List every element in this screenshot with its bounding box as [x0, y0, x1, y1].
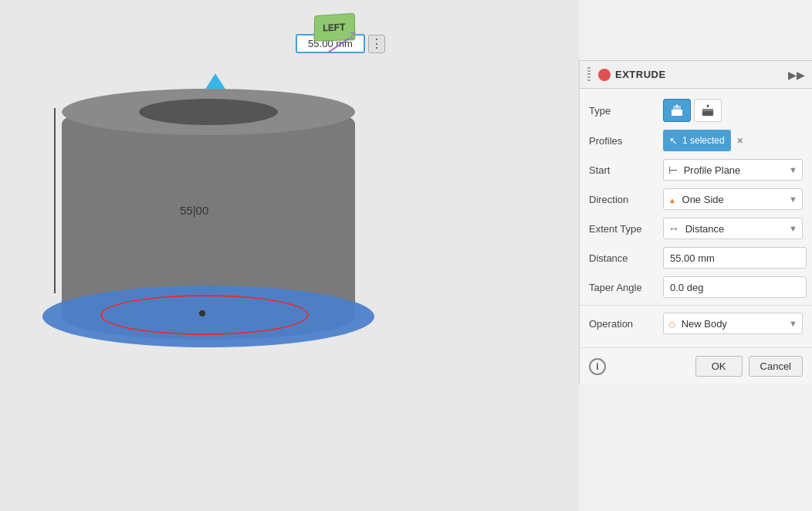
taper-angle-control	[663, 276, 807, 298]
cursor-icon: ↖	[669, 135, 678, 147]
start-select-content: Profile Plane	[668, 164, 740, 176]
panel-title: EXTRUDE	[615, 69, 784, 80]
start-row: Start Profile Plane ▼	[580, 155, 812, 184]
distance-label: Distance	[589, 252, 657, 264]
panel-drag-handle[interactable]	[587, 67, 590, 83]
extent-type-select[interactable]: Distance ▼	[663, 218, 803, 239]
panel-divider	[580, 305, 812, 306]
direction-select-content: One Side	[668, 194, 724, 205]
start-label: Start	[589, 164, 657, 176]
cylinder-hole	[139, 99, 278, 125]
extent-type-control: Distance ▼	[663, 218, 803, 239]
extent-icon	[668, 223, 682, 235]
type-label: Type	[589, 105, 657, 117]
extent-type-label: Extent Type	[589, 223, 657, 235]
dimension-menu-icon: ⋮	[370, 36, 383, 51]
svg-marker-9	[706, 104, 709, 107]
operation-icon	[668, 318, 678, 330]
panel-body: Type	[580, 89, 812, 344]
operation-control: New Body ▼	[663, 313, 803, 334]
operation-select[interactable]: New Body ▼	[663, 313, 803, 334]
extrude-icon	[598, 69, 611, 81]
taper-angle-row: Taper Angle	[580, 272, 812, 302]
panel-header: EXTRUDE ▶▶	[580, 61, 812, 89]
gizmo-axes: Z	[301, 6, 355, 60]
extent-type-select-value: Distance	[685, 223, 725, 235]
start-select[interactable]: Profile Plane ▼	[663, 159, 803, 181]
dimension-label: 55|00	[180, 204, 208, 217]
operation-select-content: New Body	[668, 318, 727, 330]
distance-control	[663, 247, 807, 269]
info-icon: i	[596, 361, 598, 372]
panel-collapse-button[interactable]: ▶▶	[789, 67, 804, 83]
type-surface-button[interactable]	[694, 99, 722, 122]
direction-select-chevron: ▼	[789, 195, 797, 204]
3d-viewport[interactable]: ⋮ 55|00 LEFT Z	[0, 0, 579, 511]
direction-control: One Side ▼	[663, 188, 803, 210]
svg-rect-10	[702, 110, 713, 111]
extent-type-select-chevron: ▼	[789, 224, 797, 233]
profiles-label: Profiles	[589, 135, 657, 147]
direction-select-value: One Side	[682, 194, 724, 205]
operation-select-value: New Body	[682, 318, 727, 330]
direction-icon	[668, 194, 679, 205]
svg-marker-5	[675, 104, 678, 107]
start-select-chevron: ▼	[789, 165, 797, 174]
svg-rect-2	[672, 110, 682, 116]
cylinder-center-point	[199, 310, 205, 316]
view-gizmo[interactable]: LEFT Z	[301, 6, 355, 60]
taper-angle-input[interactable]	[663, 276, 807, 298]
dimension-menu-button[interactable]: ⋮	[368, 35, 385, 53]
extrude-arrow-head	[205, 73, 226, 90]
panel-footer: i OK Cancel	[580, 347, 812, 384]
direction-select[interactable]: One Side ▼	[663, 188, 803, 210]
extrude-panel: EXTRUDE ▶▶ Type	[579, 60, 812, 384]
type-control	[663, 99, 803, 122]
direction-row: Direction One Side ▼	[580, 184, 812, 214]
direction-label: Direction	[589, 194, 657, 205]
profiles-clear-button[interactable]: ×	[734, 133, 746, 148]
extent-type-row: Extent Type Distance ▼	[580, 214, 812, 243]
surface-extrude-icon	[701, 103, 715, 117]
profiles-control: ↖ 1 selected ×	[663, 130, 803, 151]
start-control: Profile Plane ▼	[663, 159, 803, 181]
operation-label: Operation	[589, 318, 657, 330]
profiles-selected-text: 1 selected	[682, 135, 725, 146]
collapse-icon: ▶▶	[788, 69, 805, 81]
distance-row: Distance	[580, 243, 812, 272]
svg-text:Z: Z	[350, 31, 355, 40]
profiles-row: Profiles ↖ 1 selected ×	[580, 126, 812, 155]
type-solid-button[interactable]	[663, 99, 691, 122]
operation-select-chevron: ▼	[789, 319, 797, 328]
cancel-button[interactable]: Cancel	[749, 356, 803, 377]
solid-extrude-icon	[670, 103, 684, 117]
cylinder-left-edge-line	[54, 108, 56, 293]
profile-plane-icon	[668, 164, 681, 176]
type-row: Type	[580, 95, 812, 126]
extent-type-select-content: Distance	[668, 222, 724, 235]
distance-input[interactable]	[663, 247, 807, 269]
operation-row: Operation New Body ▼	[580, 309, 812, 338]
start-select-value: Profile Plane	[684, 164, 741, 176]
profiles-selected-badge[interactable]: ↖ 1 selected	[663, 130, 731, 151]
svg-line-0	[328, 39, 349, 52]
taper-angle-label: Taper Angle	[589, 282, 657, 293]
info-button[interactable]: i	[589, 358, 606, 375]
ok-button[interactable]: OK	[695, 356, 743, 377]
